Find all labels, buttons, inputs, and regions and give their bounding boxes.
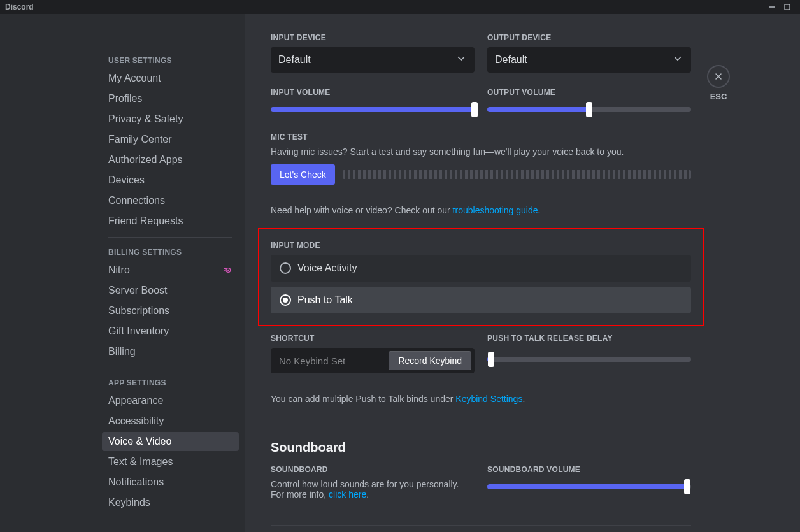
input-mode-option-label: Voice Activity — [297, 262, 357, 274]
sidebar-item-label: Appearance — [108, 395, 163, 406]
sidebar-item-accessibility[interactable]: Accessibility — [102, 412, 239, 431]
voice-help-prefix: Need help with voice or video? Check out… — [271, 205, 453, 215]
sidebar-heading: APP SETTINGS — [102, 375, 239, 391]
sidebar-item-label: Devices — [108, 175, 145, 186]
app-name: Discord — [5, 3, 34, 11]
window-maximize-button[interactable] — [780, 1, 795, 13]
ptt-delay-label: PUSH TO TALK RELEASE DELAY — [487, 334, 691, 343]
title-bar: Discord — [0, 0, 800, 14]
sidebar-item-nitro[interactable]: Nitro — [102, 261, 239, 280]
output-device-label: OUTPUT DEVICE — [487, 33, 691, 42]
settings-sidebar: USER SETTINGSMy AccountProfilesPrivacy &… — [89, 14, 245, 532]
sidebar-item-server-boost[interactable]: Server Boost — [102, 281, 239, 300]
nitro-icon — [222, 265, 232, 275]
sidebar-item-billing[interactable]: Billing — [102, 342, 239, 361]
sidebar-heading: USER SETTINGS — [102, 52, 239, 69]
sidebar-heading: BILLING SETTINGS — [102, 244, 239, 261]
voice-help-text: Need help with voice or video? Check out… — [271, 205, 691, 215]
radio-icon — [280, 262, 291, 274]
sidebar-item-subscriptions[interactable]: Subscriptions — [102, 301, 239, 320]
mic-test-hint: Having mic issues? Start a test and say … — [271, 147, 691, 157]
window-minimize-button[interactable] — [764, 1, 780, 13]
sidebar-item-keybinds[interactable]: Keybinds — [102, 493, 239, 512]
ptt-hint-text: You can add multiple Push to Talk binds … — [271, 394, 691, 404]
sidebar-item-family-center[interactable]: Family Center — [102, 130, 239, 149]
ptt-hint-suffix: . — [522, 394, 525, 404]
output-device-value: Default — [495, 54, 527, 66]
keybind-value[interactable]: No Keybind Set — [271, 356, 386, 366]
output-volume-label: OUTPUT VOLUME — [487, 88, 691, 97]
svg-point-2 — [227, 270, 229, 271]
sidebar-item-label: Billing — [108, 346, 136, 357]
sidebar-item-label: Accessibility — [108, 415, 164, 427]
sidebar-item-connections[interactable]: Connections — [102, 191, 239, 210]
keybind-box: No Keybind Set Record Keybind — [271, 348, 475, 373]
ptt-hint-prefix: You can add multiple Push to Talk binds … — [271, 394, 455, 404]
radio-icon — [280, 294, 291, 306]
troubleshooting-link[interactable]: troubleshooting guide — [453, 205, 538, 215]
soundboard-volume-slider[interactable] — [487, 479, 691, 494]
sidebar-item-gift-inventory[interactable]: Gift Inventory — [102, 322, 239, 341]
sidebar-item-label: Gift Inventory — [108, 326, 169, 337]
input-device-label: INPUT DEVICE — [271, 33, 475, 42]
voice-video-settings: INPUT DEVICE Default OUTPUT DEVICE Defau… — [245, 14, 717, 532]
sidebar-item-appearance[interactable]: Appearance — [102, 391, 239, 410]
sidebar-item-profiles[interactable]: Profiles — [102, 89, 239, 108]
soundboard-hint-suffix: . — [366, 489, 369, 500]
soundboard-hint: Control how loud sounds are for you pers… — [271, 479, 475, 500]
sidebar-item-label: Authorized Apps — [108, 154, 183, 166]
sidebar-item-label: Profiles — [108, 93, 142, 104]
soundboard-volume-label: SOUNDBOARD VOLUME — [487, 465, 691, 474]
input-mode-option-voice-activity[interactable]: Voice Activity — [271, 255, 691, 282]
ptt-delay-slider[interactable] — [487, 352, 691, 367]
mic-test-label: MIC TEST — [271, 133, 691, 141]
sidebar-item-label: Connections — [108, 195, 165, 206]
sidebar-item-text-images[interactable]: Text & Images — [102, 452, 239, 471]
keybind-settings-link[interactable]: Keybind Settings — [455, 394, 522, 404]
svg-rect-0 — [785, 4, 790, 10]
shortcut-label: SHORTCUT — [271, 334, 475, 343]
input-mode-option-push-to-talk[interactable]: Push to Talk — [271, 287, 691, 313]
content-column: ESC INPUT DEVICE Default OUTPUT DEVICE — [245, 14, 800, 532]
input-mode-label: INPUT MODE — [271, 241, 691, 250]
lets-check-button[interactable]: Let's Check — [271, 164, 335, 185]
sidebar-divider — [108, 237, 232, 238]
sidebar-item-label: Privacy & Safety — [108, 113, 183, 125]
sidebar-item-label: Family Center — [108, 134, 172, 145]
soundboard-click-here-link[interactable]: click here — [329, 489, 366, 500]
input-device-select[interactable]: Default — [271, 47, 475, 73]
sidebar-item-notifications[interactable]: Notifications — [102, 473, 239, 492]
sidebar-item-label: Server Boost — [108, 285, 167, 296]
input-volume-label: INPUT VOLUME — [271, 88, 475, 97]
sidebar-item-label: Notifications — [108, 477, 164, 488]
input-mode-option-label: Push to Talk — [297, 294, 353, 306]
record-keybind-button[interactable]: Record Keybind — [389, 351, 471, 370]
chevron-down-icon — [455, 53, 467, 67]
input-device-value: Default — [278, 54, 311, 66]
sidebar-item-label: Subscriptions — [108, 305, 169, 317]
sidebar-item-label: Voice & Video — [108, 436, 171, 447]
soundboard-heading: Soundboard — [271, 440, 691, 455]
input-volume-slider[interactable] — [271, 102, 475, 117]
sidebar-item-my-account[interactable]: My Account — [102, 69, 239, 88]
mic-test-meter — [343, 170, 691, 179]
voice-help-suffix: . — [538, 205, 541, 215]
sidebar-item-label: Nitro — [108, 264, 130, 276]
sidebar-item-devices[interactable]: Devices — [102, 171, 239, 190]
sidebar-item-authorized-apps[interactable]: Authorized Apps — [102, 150, 239, 169]
soundboard-sublabel: SOUNDBOARD — [271, 465, 475, 474]
chevron-down-icon — [672, 53, 683, 67]
sidebar-item-label: Text & Images — [108, 456, 173, 468]
input-mode-highlight: INPUT MODE Voice ActivityPush to Talk — [258, 228, 704, 326]
sidebar-item-privacy-safety[interactable]: Privacy & Safety — [102, 110, 239, 129]
sidebar-divider — [108, 368, 232, 368]
app-body: USER SETTINGSMy AccountProfilesPrivacy &… — [0, 14, 800, 532]
sidebar-item-label: Keybinds — [108, 497, 150, 508]
sidebar-item-voice-video[interactable]: Voice & Video — [102, 432, 239, 451]
output-device-select[interactable]: Default — [487, 47, 691, 73]
sidebar-column: USER SETTINGSMy AccountProfilesPrivacy &… — [0, 14, 245, 532]
sidebar-item-label: Friend Requests — [108, 215, 183, 227]
output-volume-slider[interactable] — [487, 102, 691, 117]
sidebar-item-label: My Account — [108, 73, 161, 84]
sidebar-item-friend-requests[interactable]: Friend Requests — [102, 212, 239, 231]
